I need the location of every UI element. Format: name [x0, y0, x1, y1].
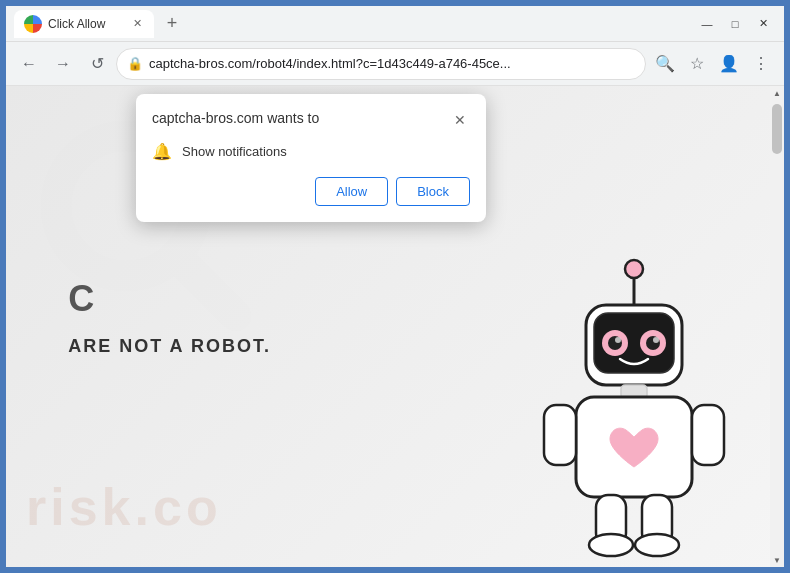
svg-point-10 [615, 337, 621, 343]
scroll-down-arrow[interactable]: ▼ [770, 553, 784, 567]
svg-rect-14 [544, 405, 576, 465]
captcha-c-text: C [68, 278, 96, 320]
svg-point-18 [589, 534, 633, 556]
notification-popup: captcha-bros.com wants to ✕ 🔔 Show notif… [136, 94, 486, 222]
svg-point-2 [625, 260, 643, 278]
lock-icon: 🔒 [127, 56, 143, 71]
notification-label: Show notifications [182, 144, 287, 159]
back-button[interactable]: ← [14, 49, 44, 79]
popup-title: captcha-bros.com wants to [152, 110, 319, 126]
captcha-sub-text: ARE NOT A ROBOT. [68, 336, 271, 357]
block-button[interactable]: Block [396, 177, 470, 206]
forward-button[interactable]: → [48, 49, 78, 79]
scrollbar[interactable]: ▲ ▼ [770, 86, 784, 567]
svg-point-19 [635, 534, 679, 556]
nav-bar: ← → ↺ 🔒 captcha-bros.com/robot4/index.ht… [6, 42, 784, 86]
robot-illustration [524, 247, 744, 567]
window-controls: — □ ✕ [694, 14, 776, 34]
bookmark-icon-button[interactable]: ☆ [682, 49, 712, 79]
address-bar[interactable]: 🔒 captcha-bros.com/robot4/index.html?c=1… [116, 48, 646, 80]
bell-icon: 🔔 [152, 142, 172, 161]
title-bar: Click Allow ✕ + — □ ✕ [6, 6, 784, 42]
svg-point-11 [653, 337, 659, 343]
browser-tab[interactable]: Click Allow ✕ [14, 10, 154, 38]
popup-header: captcha-bros.com wants to ✕ [152, 110, 470, 130]
allow-button[interactable]: Allow [315, 177, 388, 206]
profile-icon-button[interactable]: 👤 [714, 49, 744, 79]
scrollbar-thumb[interactable] [772, 104, 782, 154]
popup-notification-row: 🔔 Show notifications [152, 142, 470, 161]
browser-icon [24, 15, 42, 33]
reload-button[interactable]: ↺ [82, 49, 112, 79]
popup-close-button[interactable]: ✕ [450, 110, 470, 130]
watermark-logo: risk.co [26, 477, 222, 537]
tab-close-button[interactable]: ✕ [130, 17, 144, 31]
new-tab-button[interactable]: + [158, 10, 186, 38]
page-content: risk.co C ARE NOT A ROBOT. [6, 86, 784, 567]
popup-buttons: Allow Block [152, 177, 470, 206]
scroll-up-arrow[interactable]: ▲ [770, 86, 784, 100]
address-text: captcha-bros.com/robot4/index.html?c=1d4… [149, 56, 635, 71]
tab-title: Click Allow [48, 17, 105, 31]
nav-right-icons: 🔍 ☆ 👤 ⋮ [650, 49, 776, 79]
menu-button[interactable]: ⋮ [746, 49, 776, 79]
browser-window: Click Allow ✕ + — □ ✕ ← → ↺ 🔒 captcha-br… [4, 4, 786, 569]
minimize-button[interactable]: — [694, 14, 720, 34]
search-icon-button[interactable]: 🔍 [650, 49, 680, 79]
svg-line-1 [181, 261, 236, 316]
maximize-button[interactable]: □ [722, 14, 748, 34]
svg-rect-15 [692, 405, 724, 465]
captcha-main-text: C [68, 278, 96, 322]
close-button[interactable]: ✕ [750, 14, 776, 34]
